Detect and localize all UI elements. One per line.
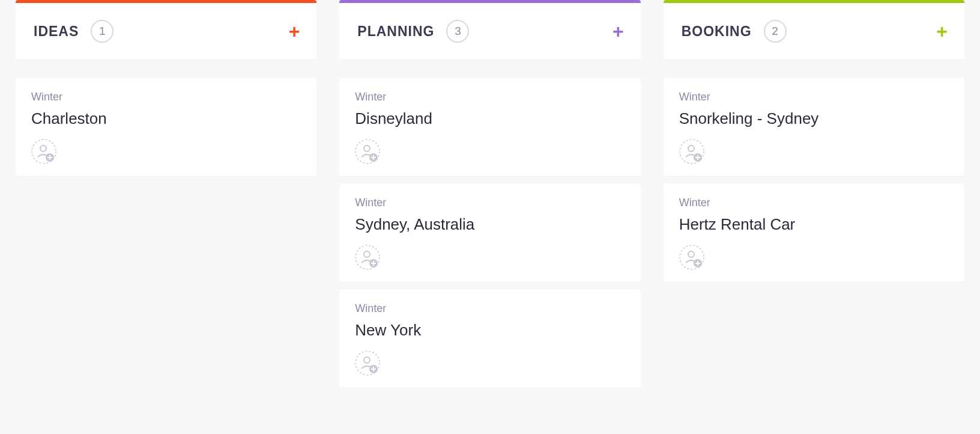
add-person-icon — [679, 139, 704, 164]
count-badge: 3 — [446, 20, 469, 43]
svg-point-1 — [40, 145, 46, 151]
card-title: New York — [355, 321, 625, 340]
column-header-planning: PLANNING 3 + — [339, 0, 640, 60]
add-card-button[interactable]: + — [612, 22, 624, 41]
plus-icon: + — [612, 20, 624, 42]
card[interactable]: Winter New York — [339, 289, 640, 388]
svg-point-7 — [364, 251, 370, 257]
plus-icon: + — [289, 20, 300, 42]
kanban-board: IDEAS 1 + Winter Charleston — [0, 0, 980, 403]
assign-user-button[interactable] — [31, 139, 56, 164]
svg-point-4 — [364, 145, 370, 151]
card-tag: Winter — [355, 197, 625, 209]
assign-user-button[interactable] — [679, 139, 704, 164]
card-tag: Winter — [679, 91, 949, 103]
count-badge: 2 — [764, 20, 787, 43]
card-title: Disneyland — [355, 109, 625, 128]
svg-point-10 — [364, 357, 370, 363]
count-badge: 1 — [91, 20, 113, 43]
plus-icon: + — [936, 20, 948, 42]
assign-user-button[interactable] — [355, 245, 380, 270]
add-card-button[interactable]: + — [936, 22, 948, 41]
column-title: BOOKING — [682, 23, 752, 40]
svg-point-13 — [688, 145, 694, 151]
card-title: Hertz Rental Car — [679, 215, 949, 234]
card-tag: Winter — [355, 91, 625, 103]
card[interactable]: Winter Disneyland — [339, 78, 640, 176]
add-card-button[interactable]: + — [289, 22, 300, 41]
cards-list: Winter Charleston — [16, 78, 316, 176]
card[interactable]: Winter Charleston — [16, 78, 316, 176]
add-person-icon — [31, 139, 56, 164]
card-title: Charleston — [31, 109, 301, 128]
cards-list: Winter Snorkeling - Sydney Winter Hertz … — [664, 78, 964, 282]
column-ideas: IDEAS 1 + Winter Charleston — [16, 0, 316, 176]
add-person-icon — [355, 139, 380, 164]
column-title: PLANNING — [357, 23, 434, 40]
assign-user-button[interactable] — [679, 245, 704, 270]
card-tag: Winter — [679, 197, 949, 209]
column-booking: BOOKING 2 + Winter Snorkeling - Sydney — [664, 0, 964, 282]
column-planning: PLANNING 3 + Winter Disneyland — [339, 0, 640, 388]
svg-point-16 — [688, 251, 694, 257]
assign-user-button[interactable] — [355, 139, 380, 164]
card-title: Snorkeling - Sydney — [679, 109, 949, 128]
card[interactable]: Winter Hertz Rental Car — [664, 183, 964, 282]
card-tag: Winter — [355, 302, 625, 315]
card-title: Sydney, Australia — [355, 215, 625, 234]
column-header-booking: BOOKING 2 + — [664, 0, 964, 60]
card[interactable]: Winter Snorkeling - Sydney — [664, 78, 964, 176]
card[interactable]: Winter Sydney, Australia — [339, 183, 640, 282]
cards-list: Winter Disneyland Winter Sydney, Austral… — [339, 78, 640, 388]
add-person-icon — [355, 245, 380, 270]
assign-user-button[interactable] — [355, 350, 380, 376]
column-header-ideas: IDEAS 1 + — [16, 0, 316, 60]
add-person-icon — [679, 245, 704, 270]
column-title: IDEAS — [34, 23, 79, 40]
add-person-icon — [355, 350, 380, 376]
card-tag: Winter — [31, 91, 301, 103]
